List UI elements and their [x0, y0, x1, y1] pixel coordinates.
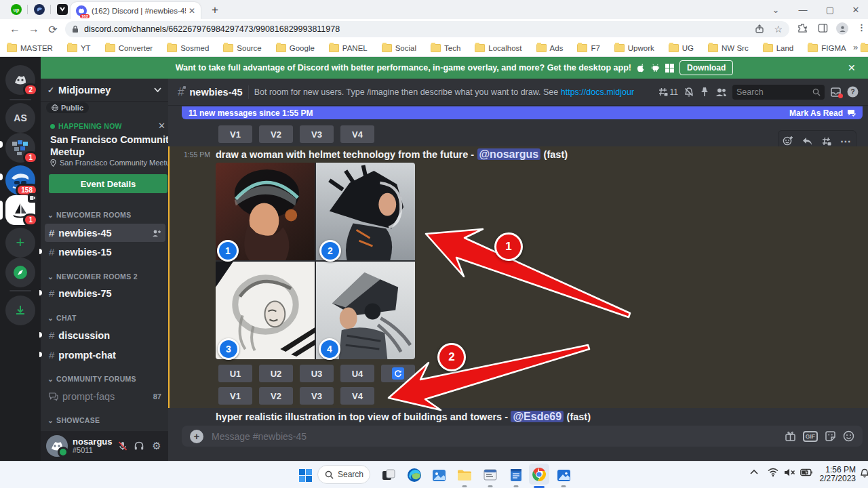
browser-menu-icon[interactable]: ⋮	[857, 22, 866, 33]
notifications-muted-icon[interactable]	[684, 87, 694, 98]
bookmark-item[interactable]: Ads	[536, 44, 564, 52]
new-tab-button[interactable]: +	[212, 3, 218, 17]
start-button[interactable]	[296, 466, 314, 484]
member-list-icon[interactable]	[715, 87, 727, 97]
mark-as-read-button[interactable]: Mark As Read	[789, 108, 843, 118]
v3-button[interactable]: V3	[300, 387, 334, 405]
tray-chevron-icon[interactable]	[750, 469, 758, 474]
user-identity[interactable]: nosargus #5011	[73, 437, 113, 455]
explore-servers-button[interactable]	[5, 258, 35, 287]
side-panel-icon[interactable]	[818, 23, 828, 33]
system-app-icon[interactable]	[481, 466, 499, 484]
extensions-puzzle-icon[interactable]	[797, 23, 808, 33]
bookmark-item[interactable]: Upwork	[614, 44, 654, 52]
event-close-icon[interactable]: ✕	[158, 121, 165, 131]
add-reaction-icon[interactable]	[783, 136, 793, 146]
mention-nosargus[interactable]: @nosargus	[477, 148, 541, 160]
pinned-tab-upwork-icon[interactable]: up	[11, 4, 22, 15]
download-apps-button[interactable]	[5, 296, 35, 325]
u1-button[interactable]: U1	[218, 365, 252, 382]
header-search-input[interactable]: Search	[732, 85, 825, 100]
event-details-button[interactable]: Event Details	[49, 174, 167, 193]
v3-button-prev[interactable]: V3	[300, 125, 334, 143]
mention-esde69[interactable]: @Esde69	[511, 411, 564, 422]
bookmark-item[interactable]: Land	[763, 44, 794, 52]
bookmark-item[interactable]: Converter	[105, 44, 153, 52]
back-icon[interactable]: ←	[8, 22, 22, 36]
more-actions-icon[interactable]: ⋯	[840, 135, 852, 148]
bookmark-item[interactable]: Google	[276, 44, 315, 52]
tab-search-chevron-icon[interactable]: ⌄	[762, 0, 789, 19]
volume-muted-icon[interactable]	[784, 468, 795, 477]
reply-icon[interactable]	[802, 137, 812, 146]
bookmark-item[interactable]: Tech	[431, 44, 460, 52]
topic-link[interactable]: https://docs.midjourne...	[561, 87, 634, 97]
inbox-icon[interactable]	[830, 87, 842, 98]
section-chat[interactable]: ⌄CHAT	[47, 314, 77, 322]
server-waves-avatar[interactable]: 158	[5, 165, 35, 195]
section-showcase[interactable]: ⌄SHOWCASE	[47, 416, 100, 424]
v1-button[interactable]: V1	[218, 387, 252, 405]
bookmark-item[interactable]: UG	[669, 44, 694, 52]
task-view-button[interactable]	[380, 466, 397, 484]
v4-button-prev[interactable]: V4	[340, 125, 374, 143]
user-avatar[interactable]	[46, 435, 68, 457]
battery-icon[interactable]	[800, 468, 812, 476]
sidebar-item-newbies-15[interactable]: # newbies-15	[45, 243, 165, 261]
pinned-messages-icon[interactable]	[700, 87, 709, 97]
media-app-icon[interactable]	[430, 466, 448, 484]
threads-icon[interactable]: 11	[658, 87, 678, 97]
bookmark-star-icon[interactable]: ☆	[774, 24, 783, 35]
gif-picker-icon[interactable]: GIF	[803, 431, 818, 442]
v4-button[interactable]: V4	[340, 387, 374, 405]
photos-app-icon[interactable]	[555, 466, 572, 484]
message-input[interactable]	[210, 430, 778, 443]
bookmark-item[interactable]: YT	[67, 44, 91, 52]
notification-bell-icon[interactable]	[860, 468, 868, 479]
section-newcomer-rooms[interactable]: ⌄NEWCOMER ROOMS	[47, 211, 131, 219]
edge-browser-icon[interactable]	[406, 466, 423, 484]
v2-button[interactable]: V2	[259, 387, 293, 405]
headphones-icon[interactable]	[134, 441, 146, 451]
sidebar-item-prompt-chat[interactable]: # prompt-chat	[45, 346, 165, 364]
u4-button[interactable]: U4	[340, 365, 374, 382]
bookmark-item[interactable]: Localhost	[475, 44, 521, 52]
sticker-icon[interactable]	[825, 430, 836, 442]
sidebar-item-discussion[interactable]: # discussion	[45, 326, 165, 344]
sidebar-item-newbies-45[interactable]: # newbies-45	[45, 224, 165, 242]
invite-people-icon[interactable]	[152, 229, 161, 237]
settings-gear-icon[interactable]: ⚙	[151, 440, 163, 452]
server-header[interactable]: ✓ Midjourney	[41, 79, 168, 102]
bookmark-item[interactable]: Source	[223, 44, 261, 52]
discord-home-button[interactable]: 2	[5, 65, 35, 95]
download-button[interactable]: Download	[679, 60, 733, 75]
bookmark-item[interactable]: Social	[382, 44, 416, 52]
address-bar[interactable]: discord.com/channels/662267976984297473/…	[65, 21, 789, 37]
forward-icon[interactable]: →	[27, 22, 41, 36]
taskbar-clock[interactable]: 1:56 PM 2/27/2023	[818, 466, 856, 483]
reroll-button[interactable]	[381, 365, 415, 382]
gift-icon[interactable]	[785, 430, 796, 442]
active-tab[interactable]: 162 (162) Discord | #newbies-45 | Mi ✕	[71, 2, 201, 19]
bookmark-item[interactable]: FB	[861, 44, 868, 52]
window-maximize-button[interactable]: ▢	[816, 0, 844, 19]
window-close-button[interactable]: ✕	[844, 0, 868, 19]
message-composer[interactable]: + GIF	[182, 426, 863, 447]
reload-icon[interactable]: ⟳	[46, 22, 60, 36]
bookmark-item[interactable]: PANEL	[329, 44, 368, 52]
server-as-avatar[interactable]: AS	[5, 103, 35, 133]
attach-plus-icon[interactable]: +	[190, 430, 203, 443]
server-midjourney-avatar[interactable]: 1	[5, 195, 35, 225]
v1-button-prev[interactable]: V1	[218, 125, 252, 143]
sidebar-item-newbies-75[interactable]: # newbies-75	[45, 284, 165, 302]
section-community-forums[interactable]: ⌄COMMUNITY FORUMS	[47, 375, 136, 383]
bookmark-item[interactable]: MASTER	[7, 44, 53, 52]
create-thread-icon[interactable]	[821, 136, 831, 146]
help-icon[interactable]: ?	[847, 86, 859, 98]
notes-app-icon[interactable]	[507, 466, 525, 484]
pinned-tab-v-icon[interactable]	[57, 4, 68, 15]
profile-avatar-icon[interactable]	[836, 22, 848, 35]
window-minimize-button[interactable]: —	[789, 0, 816, 19]
u2-button[interactable]: U2	[259, 365, 293, 382]
pinned-tab-icon[interactable]	[34, 4, 45, 15]
